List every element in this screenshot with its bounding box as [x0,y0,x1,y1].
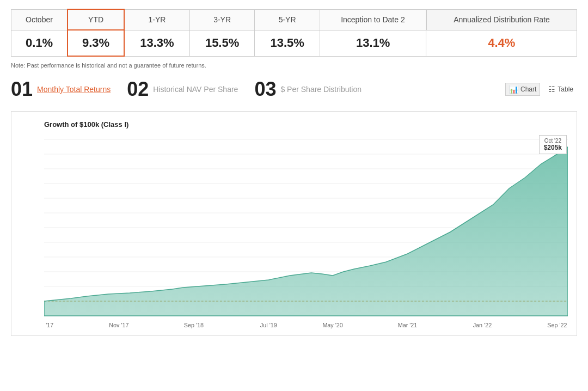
chart-area: $210k $200k $190k $180k $170k $160k $150… [44,134,568,330]
tab-navigation: 01 Monthly Total Returns 02 Historical N… [11,77,577,101]
tooltip-value: $205k [544,144,562,151]
tab-label-02: Historical NAV Per Share [153,85,238,94]
tab-per-share[interactable]: 03 $ Per Share Distribution [249,77,372,101]
col-header-inception: Inception to Date 2 [320,9,426,30]
svg-text:Nov '17: Nov '17 [109,322,128,328]
svg-text:Sep '22: Sep '22 [547,322,567,328]
chart-title: Growth of $100k (Class I) [44,120,568,129]
tab-historical-nav[interactable]: 02 Historical NAV Per Share [121,77,249,101]
chart-container: Growth of $100k (Class I) $210k $200k $1… [11,111,577,336]
tab-number-02: 02 [127,80,149,99]
tab-number-01: 01 [11,80,33,99]
table-icon: ☷ [548,85,555,94]
col-header-october: October [11,9,68,30]
svg-text:Jul '19: Jul '19 [260,322,277,328]
val-ytd: 9.3% [68,30,124,56]
svg-text:Jan '22: Jan '22 [473,322,492,328]
performance-note: Note: Past performance is historical and… [11,62,577,69]
chart-tooltip: Oct '22 $205k [539,135,567,154]
svg-text:Mar '21: Mar '21 [398,322,418,328]
tab-number-03: 03 [254,80,276,99]
val-annualized: 4.4% [426,30,577,56]
table-view-label: Table [558,85,573,93]
val-3yr: 15.5% [189,30,255,56]
tab-label-03: $ Per Share Distribution [280,85,362,94]
col-header-3yr: 3-YR [189,9,255,30]
chart-view-button[interactable]: 📊 Chart [505,83,540,96]
view-controls: 📊 Chart ☷ Table [505,83,577,96]
chart-view-label: Chart [520,85,536,93]
col-header-annualized: Annualized Distribution Rate [426,9,577,30]
val-5yr: 13.5% [255,30,320,56]
svg-text:May '20: May '20 [322,322,342,328]
tab-label-01: Monthly Total Returns [37,85,111,94]
table-view-button[interactable]: ☷ Table [544,83,577,96]
performance-table: October YTD 1-YR 3-YR 5-YR Inception to … [11,9,577,57]
chart-icon: 📊 [509,85,518,94]
chart-svg: $210k $200k $190k $180k $170k $160k $150… [44,134,568,330]
chart-area-path [44,147,568,316]
col-header-1yr: 1-YR [124,9,189,30]
val-october: 0.1% [11,30,68,56]
tab-monthly-returns[interactable]: 01 Monthly Total Returns [11,77,121,101]
main-container: October YTD 1-YR 3-YR 5-YR Inception to … [0,0,588,345]
col-header-5yr: 5-YR [255,9,320,30]
col-header-ytd: YTD [68,9,124,30]
val-1yr: 13.3% [124,30,189,56]
svg-text:Jan '17: Jan '17 [44,322,53,328]
tooltip-date: Oct '22 [544,138,562,144]
svg-text:Sep '18: Sep '18 [184,322,204,328]
val-inception: 13.1% [320,30,426,56]
